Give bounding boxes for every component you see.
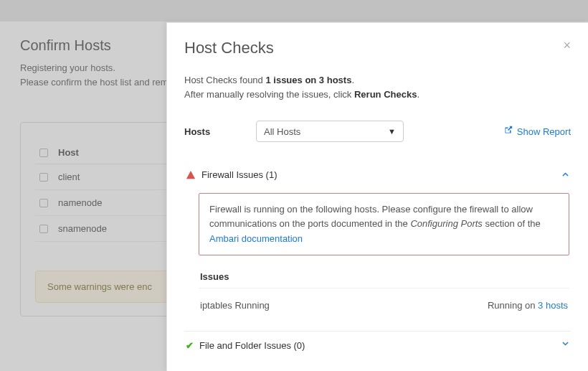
file-folder-issues-title: File and Folder Issues (0) [199,340,305,351]
issue-name: iptables Running [200,300,270,311]
issue-row: iptables Running Running on 3 hosts [199,288,569,314]
file-folder-issues-header[interactable]: ✔ File and Folder Issues (0) [186,332,569,360]
issue-status-prefix: Running on [488,300,538,311]
modal-title: Host Checks [184,39,274,57]
issues-header: Issues [199,266,569,288]
summary-action: Rerun Checks [354,89,417,100]
ambari-doc-link[interactable]: Ambari documentation [209,233,303,244]
close-icon[interactable]: × [563,39,571,52]
firewall-warning-box: Firewall is running on the following hos… [199,193,569,255]
hosts-filter-label: Hosts [184,126,256,137]
chevron-up-icon [561,170,569,180]
external-link-icon [503,126,513,137]
chevron-down-icon: ▼ [388,127,396,136]
hosts-select[interactable]: All Hosts ▼ [256,121,404,142]
issue-hosts-link[interactable]: 3 hosts [538,300,568,311]
firewall-warn-mid: section of the [483,218,541,229]
firewall-issues-body: Firewall is running on the following hos… [186,189,569,330]
summary-prefix: Host Checks found [184,75,265,85]
check-icon: ✔ [186,340,194,351]
warning-triangle-icon [186,170,196,180]
hosts-filter-row: Hosts All Hosts ▼ Show Report [184,121,571,142]
modal-summary: Host Checks found 1 issues on 3 hosts. A… [184,73,571,102]
firewall-issues-section: Firewall Issues (1) Firewall is running … [184,161,571,331]
show-report-link[interactable]: Show Report [503,126,571,137]
summary-after: After manually resolving the issues, cli… [184,89,354,100]
summary-issues-count: 1 issues on 3 hosts [265,75,351,85]
firewall-issues-title: Firewall Issues (1) [201,169,277,180]
firewall-issues-header[interactable]: Firewall Issues (1) [186,161,569,189]
show-report-label: Show Report [517,126,571,137]
host-checks-modal: Host Checks × Host Checks found 1 issues… [166,22,588,371]
hosts-select-value: All Hosts [264,126,300,137]
firewall-warn-em: Configuring Ports [410,218,482,229]
file-folder-issues-section: ✔ File and Folder Issues (0) [184,332,571,360]
chevron-down-icon [561,340,569,350]
